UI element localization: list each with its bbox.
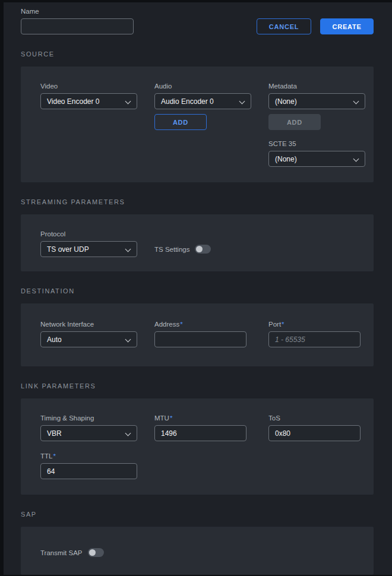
ts-settings-toggle[interactable] [195, 245, 211, 254]
metadata-label: Metadata [268, 82, 365, 90]
protocol-field: Protocol TS over UDP [40, 230, 154, 257]
create-button[interactable]: CREATE [320, 18, 374, 34]
name-field: Name [21, 7, 134, 34]
ttl-input[interactable] [40, 463, 137, 479]
protocol-label: Protocol [40, 230, 154, 238]
port-field: Port* [268, 320, 361, 347]
sap-panel: Transmit SAP [21, 527, 374, 575]
source-panel: Video Video Encoder 0 Audio Audio Encode… [21, 67, 374, 182]
required-asterisk: * [180, 321, 182, 328]
name-label: Name [21, 7, 134, 15]
tos-label: ToS [268, 414, 361, 422]
audio-add-button[interactable]: ADD [154, 114, 207, 130]
mtu-input[interactable] [154, 425, 246, 441]
audio-field: Audio Audio Encoder 0 [154, 82, 268, 109]
metadata-select[interactable]: (None) [268, 93, 365, 109]
address-field: Address* [154, 320, 268, 347]
required-asterisk: * [53, 452, 55, 460]
toggle-knob [89, 549, 96, 556]
timing-shaping-select[interactable]: VBR [40, 425, 137, 441]
required-asterisk: * [282, 321, 284, 328]
network-interface-label: Network Interface [40, 320, 154, 328]
name-input[interactable] [21, 18, 134, 34]
protocol-select[interactable]: TS over UDP [40, 241, 137, 257]
destination-panel: Network Interface Auto Address* Port* [21, 303, 374, 366]
chevron-down-icon [353, 99, 359, 105]
chevron-down-icon [239, 99, 245, 105]
chevron-down-icon [125, 246, 131, 252]
cancel-button[interactable]: CANCEL [257, 18, 311, 34]
ts-settings-row: TS Settings [154, 245, 268, 254]
video-select[interactable]: Video Encoder 0 [40, 93, 137, 109]
audio-select[interactable]: Audio Encoder 0 [154, 93, 251, 109]
transmit-sap-label: Transmit SAP [40, 549, 83, 556]
mtu-label: MTU* [154, 414, 268, 422]
timing-shaping-label: Timing & Shaping [40, 414, 154, 422]
video-field: Video Video Encoder 0 [40, 82, 154, 109]
tos-field: ToS [268, 414, 361, 441]
mtu-field: MTU* [154, 414, 268, 441]
ttl-label: TTL* [40, 452, 154, 460]
port-input[interactable] [268, 331, 361, 347]
chevron-down-icon [125, 99, 131, 105]
scte35-field: SCTE 35 (None) [268, 140, 365, 167]
chevron-down-icon [353, 156, 359, 162]
scte35-label: SCTE 35 [268, 140, 365, 148]
source-heading: SOURCE [21, 50, 374, 58]
ttl-field: TTL* [40, 452, 154, 479]
toggle-knob [196, 246, 203, 252]
link-parameters-heading: LINK PARAMETERS [21, 382, 374, 390]
metadata-add-button: ADD [268, 114, 321, 130]
destination-heading: DESTINATION [21, 287, 374, 295]
required-asterisk: * [170, 414, 172, 422]
link-parameters-panel: Timing & Shaping VBR MTU* ToS TTL* [21, 398, 374, 495]
chevron-down-icon [125, 337, 131, 343]
scte35-select[interactable]: (None) [268, 151, 365, 167]
audio-label: Audio [154, 82, 268, 90]
address-label: Address* [154, 320, 268, 328]
video-label: Video [40, 82, 154, 90]
chevron-down-icon [125, 431, 131, 436]
transmit-sap-row: Transmit SAP [40, 548, 355, 557]
create-stream-form: Name CANCEL CREATE SOURCE Video Video En… [4, 2, 392, 575]
streaming-parameters-panel: Protocol TS over UDP TS Settings [21, 214, 374, 271]
tos-input[interactable] [268, 425, 361, 441]
ts-settings-label: TS Settings [154, 246, 189, 253]
network-interface-field: Network Interface Auto [40, 320, 154, 347]
address-input[interactable] [154, 331, 246, 347]
timing-shaping-field: Timing & Shaping VBR [40, 414, 154, 441]
sap-heading: SAP [21, 511, 374, 518]
transmit-sap-toggle[interactable] [88, 548, 104, 557]
streaming-parameters-heading: STREAMING PARAMETERS [21, 198, 374, 206]
port-label: Port* [268, 320, 361, 328]
network-interface-select[interactable]: Auto [40, 331, 137, 347]
header-buttons: CANCEL CREATE [257, 18, 374, 34]
header: Name CANCEL CREATE [21, 7, 374, 34]
metadata-field: Metadata (None) [268, 82, 365, 109]
